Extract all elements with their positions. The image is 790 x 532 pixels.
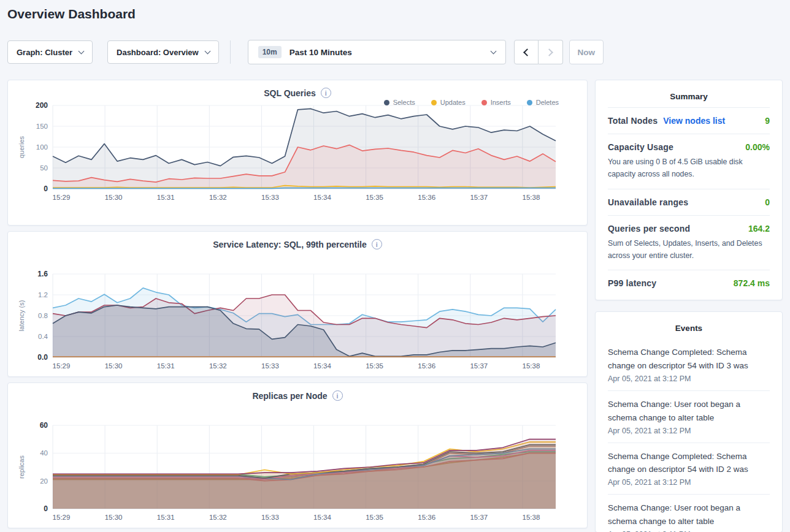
time-forward-button[interactable] — [539, 40, 563, 64]
chart-title: Service Latency: SQL, 99th percentile i — [8, 239, 587, 249]
chart-title-text: SQL Queries — [264, 88, 316, 98]
dashboard-dropdown-label: Dashboard: Overview — [117, 48, 199, 57]
summary-label: Unavailable ranges — [608, 197, 688, 207]
legend-item: Updates — [431, 99, 466, 106]
svg-text:15:34: 15:34 — [313, 194, 331, 201]
events-panel: Events Schema Change Completed: Schema c… — [595, 311, 783, 532]
chart-title: Replicas per Node i — [8, 390, 587, 401]
chart-title-text: Service Latency: SQL, 99th percentile — [213, 240, 367, 249]
summary-value: 164.2 — [748, 224, 770, 234]
summary-title: Summary — [608, 89, 770, 107]
legend-label: Inserts — [491, 99, 511, 106]
svg-text:0.8: 0.8 — [38, 312, 48, 319]
legend-label: Deletes — [536, 99, 559, 106]
svg-text:15:34: 15:34 — [313, 362, 331, 370]
event-text: Schema Change Completed: Schema change o… — [608, 450, 770, 477]
summary-label: Queries per second — [608, 224, 690, 234]
event-timestamp: Apr 05, 2021 at 3:12 PM — [608, 374, 770, 383]
svg-text:200: 200 — [36, 101, 48, 110]
svg-text:replicas: replicas — [18, 455, 25, 479]
chevron-down-icon — [204, 48, 210, 54]
svg-text:0.4: 0.4 — [38, 333, 48, 340]
svg-text:15:33: 15:33 — [261, 194, 279, 201]
event-item[interactable]: Schema Change Completed: Schema change o… — [608, 339, 770, 391]
divider — [230, 40, 231, 64]
summary-panel: Summary Total Nodes View nodes list 9 Ca… — [595, 80, 783, 300]
legend-item: Inserts — [481, 99, 511, 106]
time-back-button[interactable] — [514, 40, 539, 64]
svg-text:15:33: 15:33 — [261, 362, 279, 370]
summary-row-total-nodes: Total Nodes View nodes list 9 — [608, 107, 770, 134]
summary-row-queries-per-second: Queries per second 164.2 Sum of Selects,… — [608, 215, 770, 270]
info-icon[interactable]: i — [332, 390, 343, 401]
time-range-label: Past 10 Minutes — [290, 48, 352, 57]
svg-text:15:37: 15:37 — [470, 514, 488, 521]
event-item[interactable]: Schema Change: User root began a schema … — [608, 495, 770, 532]
svg-text:15:30: 15:30 — [105, 514, 123, 521]
sql-queries-chart[interactable]: 05010015020015:2915:3015:3115:3215:3315:… — [8, 101, 588, 208]
svg-text:15:35: 15:35 — [366, 362, 383, 370]
chart-title-text: Replicas per Node — [252, 391, 327, 401]
time-range-dropdown[interactable]: 10m Past 10 Minutes — [248, 40, 506, 64]
svg-text:15:38: 15:38 — [523, 194, 540, 201]
svg-text:15:36: 15:36 — [418, 514, 435, 521]
chevron-right-icon — [545, 48, 553, 56]
svg-text:15:33: 15:33 — [261, 514, 279, 521]
time-range-badge: 10m — [258, 46, 282, 58]
dashboard-controls: Graph: Cluster Dashboard: Overview 10m P… — [7, 40, 604, 64]
chart-legend: Selects Updates Inserts Deletes — [384, 99, 559, 106]
summary-row-p99-latency: P99 latency 872.4 ms — [608, 270, 770, 296]
summary-label: Total Nodes — [608, 116, 658, 126]
svg-text:100: 100 — [36, 143, 48, 151]
view-nodes-list-link[interactable]: View nodes list — [663, 116, 725, 126]
svg-text:0: 0 — [44, 504, 48, 513]
svg-text:15:37: 15:37 — [470, 362, 488, 370]
summary-row-unavailable-ranges: Unavailable ranges 0 — [608, 189, 770, 215]
time-pager — [514, 40, 563, 64]
legend-label: Updates — [440, 99, 466, 106]
event-text: Schema Change Completed: Schema change o… — [608, 346, 770, 373]
svg-text:20: 20 — [40, 477, 48, 485]
svg-text:15:29: 15:29 — [53, 194, 71, 201]
event-text: Schema Change: User root began a schema … — [608, 501, 770, 528]
info-icon[interactable]: i — [321, 88, 331, 98]
dashboard-dropdown[interactable]: Dashboard: Overview — [107, 40, 219, 64]
graph-dropdown[interactable]: Graph: Cluster — [7, 40, 93, 64]
svg-text:15:30: 15:30 — [105, 362, 123, 370]
event-timestamp: Apr 05, 2021 at 3:12 PM — [608, 427, 770, 435]
event-item[interactable]: Schema Change: User root began a schema … — [608, 391, 770, 443]
svg-text:15:32: 15:32 — [209, 194, 227, 201]
charts-column: SQL Queries i Selects Updates Inserts De… — [7, 80, 588, 532]
legend-dot — [431, 100, 437, 105]
events-title: Events — [608, 321, 770, 339]
summary-value: 0 — [765, 197, 770, 207]
service-latency-chart[interactable]: 0.00.40.81.21.615:2915:3015:3115:3215:33… — [8, 269, 588, 377]
svg-text:15:36: 15:36 — [418, 194, 435, 201]
svg-text:15:37: 15:37 — [470, 194, 488, 201]
graph-dropdown-label: Graph: Cluster — [17, 48, 72, 57]
legend-label: Selects — [393, 99, 415, 106]
svg-text:15:29: 15:29 — [53, 514, 71, 521]
page-title: Overview Dashboard — [7, 7, 136, 21]
svg-text:15:31: 15:31 — [157, 194, 175, 201]
replicas-per-node-chart[interactable]: 020406015:2915:3015:3115:3215:3315:3415:… — [8, 420, 588, 528]
svg-text:50: 50 — [40, 164, 48, 172]
svg-text:15:34: 15:34 — [313, 514, 331, 521]
event-item[interactable]: Schema Change Completed: Schema change o… — [608, 443, 770, 495]
summary-value: 0.00% — [745, 142, 770, 152]
svg-text:60: 60 — [40, 421, 48, 430]
chevron-left-icon — [523, 48, 531, 56]
legend-dot — [481, 100, 487, 105]
event-timestamp: Apr 05, 2021 at 3:12 PM — [608, 478, 770, 487]
legend-item: Deletes — [527, 99, 559, 106]
summary-label: Capacity Usage — [608, 142, 673, 152]
summary-value: 872.4 ms — [734, 278, 770, 288]
summary-description: Sum of Selects, Updates, Inserts, and De… — [608, 237, 770, 262]
legend-item: Selects — [384, 99, 415, 106]
now-button[interactable]: Now — [569, 40, 604, 64]
info-icon[interactable]: i — [372, 239, 382, 249]
chevron-down-icon — [79, 48, 85, 54]
svg-text:15:38: 15:38 — [523, 362, 540, 370]
svg-text:15:30: 15:30 — [105, 194, 123, 201]
svg-text:1.2: 1.2 — [38, 291, 48, 298]
